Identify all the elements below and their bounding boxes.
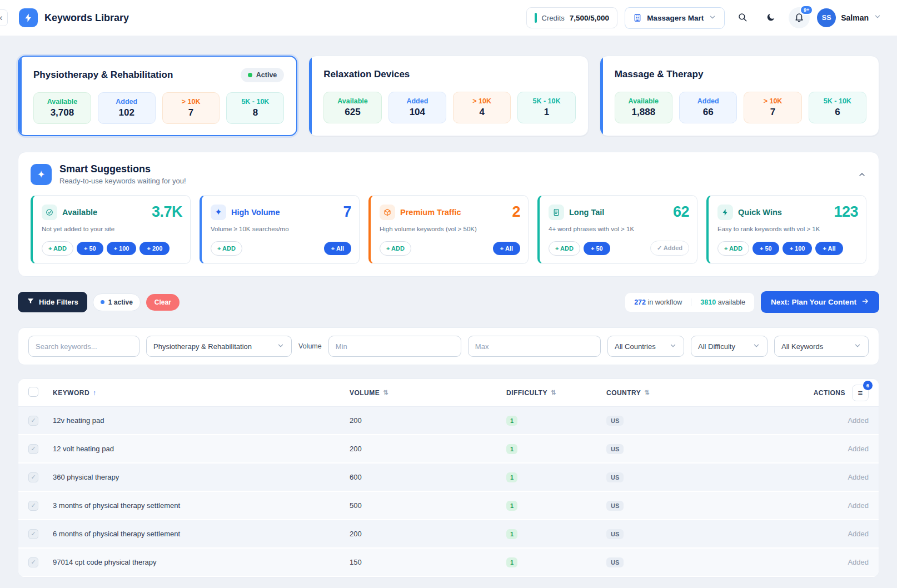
added-status: Added (793, 558, 869, 566)
chevron-down-icon (874, 13, 881, 23)
column-menu-button[interactable]: ≡ 6 (852, 385, 869, 401)
row-checkbox[interactable]: ✓ (28, 529, 38, 539)
suggestion-count: 7 (343, 203, 351, 221)
project-card-massage-therapy[interactable]: Massage & Therapy Available1,888 Added66… (600, 56, 879, 136)
table-row[interactable]: ✓ 12 volt heating pad 200 1 US Added (18, 435, 879, 464)
table-row[interactable]: ✓ 6 months of physical therapy settlemen… (18, 520, 879, 549)
project-name: Physiotherapy & Rehabilitation (33, 69, 173, 81)
difficulty-filter-select[interactable]: All Difficulty (691, 336, 768, 357)
smart-suggestions-title: Smart Suggestions (59, 163, 186, 175)
menu-icon: ≡ (858, 388, 863, 397)
building-icon (633, 13, 642, 22)
search-input[interactable] (28, 336, 139, 357)
row-checkbox[interactable]: ✓ (28, 416, 38, 426)
add-100-button[interactable]: + 100 (783, 242, 813, 255)
add-100-button[interactable]: + 100 (107, 242, 137, 255)
sparkle-icon: ✦ (211, 205, 226, 220)
keyword-cell: 3 months of physical therapy settlement (53, 501, 350, 510)
added-status: Added (793, 473, 869, 481)
table-row[interactable]: ✓ 360 physical therapy 600 1 US Added (18, 464, 879, 492)
user-menu[interactable]: SS Salman (817, 8, 881, 27)
added-button: ✓ Added (650, 241, 689, 256)
select-all-checkbox[interactable] (28, 387, 38, 397)
project-filter-select[interactable]: Physiotherapy & Rehabilitation (146, 336, 292, 357)
volume-cell: 150 (350, 558, 506, 566)
keyword-cell: 360 physical therapy (53, 473, 350, 481)
add-button[interactable]: + ADD (549, 241, 580, 256)
back-button[interactable]: ‹ (0, 9, 8, 26)
project-card-physiotherapy[interactable]: Physiotherapy & Rehabilitation Active Av… (18, 56, 297, 136)
difficulty-badge: 1 (506, 557, 517, 567)
credits-value: 7,500/5,000 (570, 14, 609, 22)
row-checkbox[interactable]: ✓ (28, 557, 38, 567)
stat-5k-10k: 5K - 10K8 (226, 92, 284, 124)
keywords-filter-select[interactable]: All Keywords (774, 336, 869, 357)
menu-count-badge: 6 (863, 381, 873, 390)
collapse-button[interactable] (858, 170, 866, 179)
sort-icon: ⇅ (551, 389, 556, 396)
stat-added: Added102 (98, 92, 156, 124)
check-icon: ✓ (31, 445, 36, 452)
top-bar: ‹ Keywords Library Credits 7,500/5,000 M… (0, 0, 897, 36)
add-50-button[interactable]: + 50 (77, 242, 103, 255)
workspace-selector[interactable]: Massagers Mart (625, 7, 725, 29)
volume-cell: 200 (350, 445, 506, 453)
check-icon: ✓ (31, 559, 36, 566)
volume-min-input[interactable] (328, 336, 461, 357)
volume-label: Volume (298, 342, 322, 350)
add-button[interactable]: + ADD (717, 241, 749, 256)
add-50-button[interactable]: + 50 (753, 242, 779, 255)
row-checkbox[interactable]: ✓ (28, 501, 38, 511)
notifications-button[interactable]: 9+ (789, 7, 810, 28)
country-badge: US (606, 557, 624, 567)
next-plan-content-button[interactable]: Next: Plan Your Content (761, 291, 879, 313)
table-row[interactable]: ✓ 12v heating pad 200 1 US Added (18, 407, 879, 435)
country-column-header[interactable]: COUNTRY ⇅ (606, 389, 793, 397)
clear-filters-button[interactable]: Clear (146, 294, 180, 311)
add-button[interactable]: + ADD (380, 241, 411, 256)
suggestion-card-available: Available 3.7K Not yet added to your sit… (31, 195, 191, 264)
stat-over-10k: > 10K7 (162, 92, 220, 124)
stat-added: Added104 (388, 92, 446, 123)
check-icon: ✓ (31, 530, 36, 537)
row-checkbox[interactable]: ✓ (28, 472, 38, 482)
volume-column-header[interactable]: VOLUME ⇅ (350, 389, 506, 397)
cube-icon (380, 205, 395, 220)
hide-filters-button[interactable]: Hide Filters (18, 292, 87, 312)
stat-5k-10k: 5K - 10K1 (517, 92, 575, 123)
added-status: Added (793, 530, 869, 538)
add-all-button[interactable]: + All (493, 242, 520, 255)
project-card-relaxation-devices[interactable]: Relaxation Devices Available625 Added104… (308, 56, 588, 136)
table-row[interactable]: ✓ 3 months of physical therapy settlemen… (18, 492, 879, 520)
country-filter-select[interactable]: All Countries (607, 336, 684, 357)
add-button[interactable]: + ADD (211, 241, 242, 256)
difficulty-column-header[interactable]: DIFFICULTY ⇅ (506, 389, 606, 397)
table-body: ✓ 12v heating pad 200 1 US Added ✓ 12 vo… (18, 407, 879, 577)
add-button[interactable]: + ADD (42, 241, 73, 256)
search-button[interactable] (732, 7, 753, 28)
check-icon: ✓ (31, 417, 36, 424)
difficulty-badge: 1 (506, 501, 517, 511)
chevron-up-icon (858, 170, 866, 179)
theme-toggle-button[interactable] (760, 7, 781, 28)
keyword-column-header[interactable]: KEYWORD ↑ (53, 389, 350, 397)
add-50-button[interactable]: + 50 (584, 242, 610, 255)
suggestion-card-quick-wins: Quick Wins 123 Easy to rank keywords wit… (706, 195, 866, 264)
sort-icon: ⇅ (644, 389, 650, 396)
stat-available: Available3,708 (33, 92, 91, 124)
stat-available: Available625 (323, 92, 381, 123)
suggestion-description: Easy to rank keywords with vol > 1K (717, 226, 858, 232)
volume-cell: 500 (350, 501, 506, 510)
country-badge: US (606, 501, 624, 511)
row-checkbox[interactable]: ✓ (28, 444, 38, 454)
add-all-button[interactable]: + All (815, 242, 843, 255)
add-all-button[interactable]: + All (324, 242, 351, 255)
app-logo-bolt-icon (19, 8, 38, 27)
credits-accent-bar (535, 13, 537, 23)
stat-over-10k: > 10K7 (744, 92, 801, 123)
volume-max-input[interactable] (468, 336, 601, 357)
table-row[interactable]: ✓ 97014 cpt code physical therapy 150 1 … (18, 549, 879, 577)
add-200-button[interactable]: + 200 (139, 242, 170, 255)
check-circle-icon (42, 205, 57, 220)
funnel-icon (27, 297, 34, 307)
